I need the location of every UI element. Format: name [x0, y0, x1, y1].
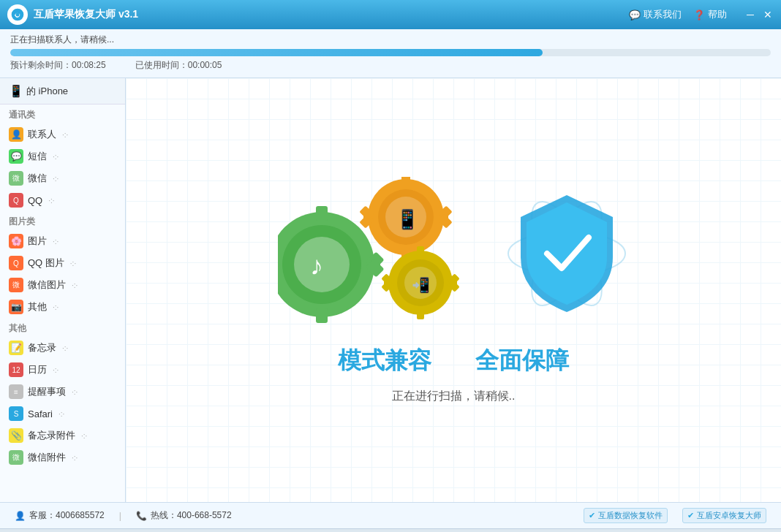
help-label: 帮助	[708, 8, 727, 21]
status-bar: 👤 客服：4006685572 | 📞 热线：400-668-5572 ✔ 互盾…	[0, 502, 781, 528]
used-time: 已使用时间：00:00:05	[135, 59, 222, 72]
sidebar-item-wechat-attach[interactable]: 微 微信附件·:·	[0, 446, 125, 468]
badge2-icon: ✔	[687, 511, 694, 520]
sidebar-item-calendar[interactable]: 12 日历·:·	[0, 359, 125, 381]
service-item: 👤 客服：4006685572	[15, 509, 105, 522]
section-other: 其他	[0, 318, 125, 337]
svg-rect-4	[316, 206, 328, 221]
hotline-label: 热线：400-668-5572	[151, 509, 232, 522]
gears-svg: ♪	[278, 177, 483, 330]
sidebar-item-qq-photos[interactable]: Q QQ 图片·:·	[0, 252, 125, 274]
sidebar-item-other-photos[interactable]: 📷 其他·:·	[0, 296, 125, 318]
window-controls: ─ ✕	[744, 9, 774, 20]
main-layout: 📱 的 iPhone 通讯类 👤 联系人·:· 💬 短信·:· 微 微信·:· …	[0, 78, 781, 502]
sidebar-item-wechat-photos[interactable]: 微 微信图片·:·	[0, 274, 125, 296]
section-communication: 通讯类	[0, 104, 125, 123]
sidebar-item-reminders[interactable]: ≡ 提醒事项·:·	[0, 381, 125, 403]
svg-rect-29	[417, 309, 424, 319]
device-name: 的 iPhone	[26, 85, 68, 98]
sidebar-item-notes-attach[interactable]: 📎 备忘录附件·:·	[0, 425, 125, 446]
svg-point-1	[16, 13, 20, 17]
content-inner: ♪	[278, 177, 629, 404]
bottom-bar: 返回主界面 导出选中记录 导出全部记录	[0, 528, 781, 532]
slogan: 模式兼容 全面保障	[338, 345, 569, 377]
sidebar: 📱 的 iPhone 通讯类 👤 联系人·:· 💬 短信·:· 微 微信·:· …	[0, 78, 126, 502]
sidebar-item-safari[interactable]: S Safari·:·	[0, 403, 125, 425]
progress-times: 预计剩余时间：00:08:25 已使用时间：00:00:05	[10, 59, 771, 72]
slogan-left: 模式兼容	[338, 345, 431, 377]
chat-icon: 💬	[629, 10, 641, 20]
section-photos: 图片类	[0, 211, 125, 230]
badge2-label: 互盾安卓恢复大师	[697, 510, 761, 521]
phone-icon: 📞	[136, 511, 147, 521]
sidebar-item-wechat[interactable]: 微 微信·:·	[0, 167, 125, 189]
app-title: 互盾苹果恢复大师 v3.1	[34, 8, 138, 21]
slogan-right: 全面保障	[475, 345, 569, 377]
progress-area: 正在扫描联系人，请稍候... 预计剩余时间：00:08:25 已使用时间：00:…	[0, 29, 781, 78]
divider1: |	[119, 511, 121, 521]
illustration: ♪	[278, 177, 629, 330]
scanning-text: 正在进行扫描，请稍候..	[392, 389, 516, 404]
app-logo	[7, 4, 28, 25]
shield-svg	[505, 180, 629, 327]
device-label: 📱 的 iPhone	[0, 78, 125, 104]
svg-text:📲: 📲	[412, 276, 430, 294]
sidebar-item-contacts[interactable]: 👤 联系人·:·	[0, 123, 125, 145]
titlebar-left: 互盾苹果恢复大师 v3.1	[7, 4, 138, 25]
sidebar-item-notes[interactable]: 📝 备忘录·:·	[0, 337, 125, 359]
help-button[interactable]: ❓ 帮助	[693, 8, 727, 21]
svg-rect-16	[401, 177, 410, 186]
badge1-icon: ✔	[589, 511, 595, 520]
svg-text:♪: ♪	[310, 251, 323, 281]
remaining-time: 预计剩余时间：00:08:25	[10, 59, 106, 72]
help-icon: ❓	[693, 10, 705, 20]
svg-rect-5	[316, 308, 328, 323]
badge-data-recovery[interactable]: ✔ 互盾数据恢复软件	[584, 508, 668, 523]
badge-android-recovery[interactable]: ✔ 互盾安卓恢复大师	[682, 508, 766, 523]
close-button[interactable]: ✕	[762, 9, 774, 20]
titlebar-right: 💬 联系我们 ❓ 帮助 ─ ✕	[629, 8, 774, 21]
progress-bar-background	[10, 49, 771, 56]
content-area: ♪	[126, 78, 781, 502]
svg-text:📱: 📱	[396, 208, 420, 231]
scanning-label: 正在扫描联系人，请稍候...	[10, 34, 771, 46]
service-label: 客服：4006685572	[29, 509, 105, 522]
badge1-label: 互盾数据恢复软件	[598, 510, 663, 521]
progress-bar-fill	[10, 49, 543, 56]
svg-rect-28	[417, 246, 424, 256]
hotline-item: 📞 热线：400-668-5572	[136, 509, 232, 522]
service-icon: 👤	[15, 511, 26, 521]
contact-us-button[interactable]: 💬 联系我们	[629, 8, 682, 21]
titlebar: 互盾苹果恢复大师 v3.1 💬 联系我们 ❓ 帮助 ─ ✕	[0, 0, 781, 29]
sidebar-item-sms[interactable]: 💬 短信·:·	[0, 145, 125, 167]
contact-label: 联系我们	[644, 8, 682, 21]
minimize-button[interactable]: ─	[744, 9, 756, 20]
sidebar-item-photos[interactable]: 🌸 图片·:·	[0, 230, 125, 252]
sidebar-item-qq[interactable]: Q QQ·:·	[0, 189, 125, 211]
